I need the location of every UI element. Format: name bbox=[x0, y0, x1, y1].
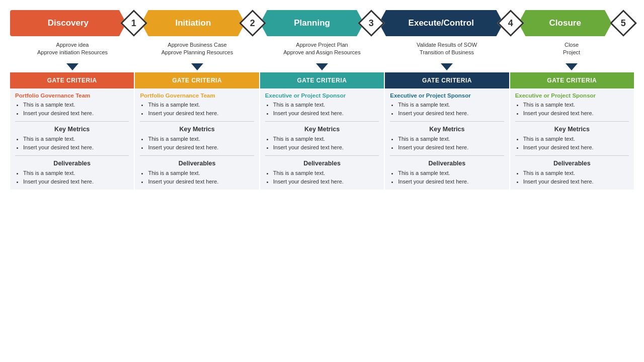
milestone-row: Approve ideaApprove initiation Resources… bbox=[10, 39, 634, 70]
deliverables-title-4: Deliverables bbox=[390, 160, 504, 167]
list-item: This is a sample text. bbox=[398, 101, 504, 109]
list-item: Insert your desired text here. bbox=[23, 109, 129, 118]
metrics-bullets-4: This is a sample text. Insert your desir… bbox=[390, 135, 504, 151]
key-metrics-title-2: Key Metrics bbox=[140, 126, 254, 133]
phase-banner: Discovery 1 Initiation 2 Planning 3 Exec… bbox=[10, 10, 634, 36]
reviewer-label-4: Executive or Project Sponsor bbox=[390, 93, 504, 99]
list-item: Insert your desired text here. bbox=[273, 109, 379, 118]
list-item: This is a sample text. bbox=[273, 101, 379, 109]
list-item: This is a sample text. bbox=[23, 135, 129, 143]
list-item: Insert your desired text here. bbox=[148, 109, 254, 118]
milestone-2: Approve Business CaseApprove Planning Re… bbox=[135, 39, 260, 70]
gate-cell-1: GATE CRITERIA bbox=[10, 72, 135, 88]
milestone-4: Validate Results of SOWTransition of Bus… bbox=[384, 39, 509, 70]
reviewer-label-5: Executive or Project Sponsor bbox=[515, 93, 629, 99]
gate-cell-3: GATE CRITERIA bbox=[260, 72, 385, 88]
phase-label-discovery: Discovery bbox=[10, 10, 126, 36]
deliverables-title-2: Deliverables bbox=[140, 160, 254, 167]
phase-label-planning: Planning bbox=[260, 10, 364, 36]
col-initiation: Portfolio Governance Team This is a samp… bbox=[135, 88, 260, 190]
diamond-5: 5 bbox=[610, 10, 637, 37]
gate-bullets-2: This is a sample text. Insert your desir… bbox=[140, 101, 254, 117]
phase-closure: Closure bbox=[518, 10, 612, 36]
key-metrics-title-3: Key Metrics bbox=[265, 126, 379, 133]
list-item: Insert your desired text here. bbox=[273, 143, 379, 152]
deliverables-bullets-5: This is a sample text. Insert your desir… bbox=[515, 169, 629, 186]
list-item: This is a sample text. bbox=[148, 101, 254, 109]
list-item: This is a sample text. bbox=[23, 169, 129, 177]
metrics-bullets-2: This is a sample text. Insert your desir… bbox=[140, 135, 254, 151]
metrics-bullets-3: This is a sample text. Insert your desir… bbox=[265, 135, 379, 151]
list-item: This is a sample text. bbox=[148, 135, 254, 143]
list-item: This is a sample text. bbox=[23, 101, 129, 109]
deliverables-title-5: Deliverables bbox=[515, 160, 629, 167]
key-metrics-title-1: Key Metrics bbox=[15, 126, 129, 133]
list-item: Insert your desired text here. bbox=[273, 177, 379, 186]
phase-label-closure: Closure bbox=[518, 10, 612, 36]
key-metrics-title-4: Key Metrics bbox=[390, 126, 504, 133]
col-planning: Executive or Project Sponsor This is a s… bbox=[260, 88, 385, 190]
gate-bullets-5: This is a sample text. Insert your desir… bbox=[515, 101, 629, 117]
list-item: This is a sample text. bbox=[523, 135, 629, 143]
key-metrics-title-5: Key Metrics bbox=[515, 126, 629, 133]
list-item: Insert your desired text here. bbox=[523, 177, 629, 186]
deliverables-bullets-3: This is a sample text. Insert your desir… bbox=[265, 169, 379, 186]
gate-criteria-row: GATE CRITERIA GATE CRITERIA GATE CRITERI… bbox=[10, 72, 634, 88]
col-execute: Executive or Project Sponsor This is a s… bbox=[385, 88, 510, 190]
col-discovery: Portfolio Governance Team This is a samp… bbox=[10, 88, 135, 190]
metrics-bullets-5: This is a sample text. Insert your desir… bbox=[515, 135, 629, 151]
reviewer-label-3: Executive or Project Sponsor bbox=[265, 93, 379, 99]
phase-execute: Execute/Control bbox=[379, 10, 503, 36]
list-item: Insert your desired text here. bbox=[523, 143, 629, 152]
gate-cell-5: GATE CRITERIA bbox=[510, 72, 634, 88]
list-item: Insert your desired text here. bbox=[523, 109, 629, 118]
content-grid: Portfolio Governance Team This is a samp… bbox=[10, 88, 634, 190]
metrics-bullets-1: This is a sample text. Insert your desir… bbox=[15, 135, 129, 151]
gate-bullets-1: This is a sample text. Insert your desir… bbox=[15, 101, 129, 117]
list-item: This is a sample text. bbox=[273, 169, 379, 177]
phase-label-execute: Execute/Control bbox=[379, 10, 503, 36]
phase-initiation: Initiation bbox=[141, 10, 245, 36]
list-item: Insert your desired text here. bbox=[398, 109, 504, 118]
list-item: Insert your desired text here. bbox=[398, 177, 504, 186]
deliverables-bullets-2: This is a sample text. Insert your desir… bbox=[140, 169, 254, 186]
list-item: This is a sample text. bbox=[273, 135, 379, 143]
list-item: Insert your desired text here. bbox=[148, 143, 254, 152]
list-item: This is a sample text. bbox=[523, 101, 629, 109]
gate-cell-2: GATE CRITERIA bbox=[135, 72, 260, 88]
list-item: Insert your desired text here. bbox=[23, 143, 129, 152]
milestone-1: Approve ideaApprove initiation Resources bbox=[10, 39, 135, 70]
list-item: Insert your desired text here. bbox=[148, 177, 254, 186]
list-item: This is a sample text. bbox=[398, 135, 504, 143]
page-container: Discovery 1 Initiation 2 Planning 3 Exec… bbox=[0, 0, 644, 362]
reviewer-label-1: Portfolio Governance Team bbox=[15, 93, 129, 99]
list-item: This is a sample text. bbox=[523, 169, 629, 177]
deliverables-title-3: Deliverables bbox=[265, 160, 379, 167]
reviewer-label-2: Portfolio Governance Team bbox=[140, 93, 254, 99]
list-item: This is a sample text. bbox=[148, 169, 254, 177]
list-item: Insert your desired text here. bbox=[23, 177, 129, 186]
milestone-5: CloseProject bbox=[509, 39, 634, 70]
deliverables-bullets-1: This is a sample text. Insert your desir… bbox=[15, 169, 129, 186]
col-closure: Executive or Project Sponsor This is a s… bbox=[510, 88, 634, 190]
list-item: Insert your desired text here. bbox=[398, 143, 504, 152]
milestone-3: Approve Project PlanApprove and Assign R… bbox=[260, 39, 384, 70]
list-item: This is a sample text. bbox=[398, 169, 504, 177]
gate-bullets-4: This is a sample text. Insert your desir… bbox=[390, 101, 504, 117]
deliverables-bullets-4: This is a sample text. Insert your desir… bbox=[390, 169, 504, 186]
phase-discovery: Discovery bbox=[10, 10, 126, 36]
phase-planning: Planning bbox=[260, 10, 364, 36]
deliverables-title-1: Deliverables bbox=[15, 160, 129, 167]
gate-cell-4: GATE CRITERIA bbox=[385, 72, 510, 88]
phase-label-initiation: Initiation bbox=[141, 10, 245, 36]
gate-bullets-3: This is a sample text. Insert your desir… bbox=[265, 101, 379, 117]
